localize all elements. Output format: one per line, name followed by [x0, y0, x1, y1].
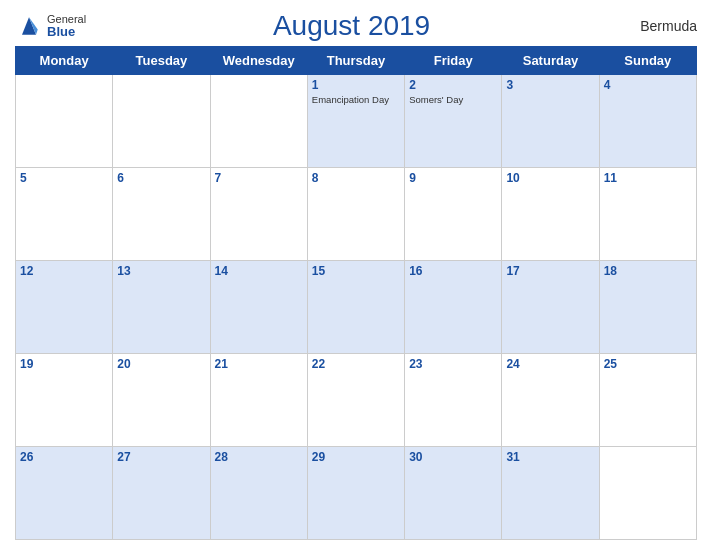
calendar-cell: 7 — [210, 168, 307, 261]
calendar-week-row: 262728293031 — [16, 447, 697, 540]
day-number: 24 — [506, 357, 594, 371]
day-number: 13 — [117, 264, 205, 278]
day-number: 25 — [604, 357, 692, 371]
weekday-header-row: MondayTuesdayWednesdayThursdayFridaySatu… — [16, 47, 697, 75]
day-number: 17 — [506, 264, 594, 278]
weekday-header-thursday: Thursday — [307, 47, 404, 75]
calendar-cell: 10 — [502, 168, 599, 261]
day-number: 7 — [215, 171, 303, 185]
day-number: 2 — [409, 78, 497, 92]
calendar-cell: 23 — [405, 354, 502, 447]
day-number: 16 — [409, 264, 497, 278]
calendar-cell: 30 — [405, 447, 502, 540]
logo-blue-label: Blue — [47, 25, 86, 38]
calendar-cell — [16, 75, 113, 168]
day-number: 1 — [312, 78, 400, 92]
calendar-cell: 25 — [599, 354, 696, 447]
calendar-cell: 14 — [210, 261, 307, 354]
calendar-cell: 15 — [307, 261, 404, 354]
day-number: 12 — [20, 264, 108, 278]
day-number: 9 — [409, 171, 497, 185]
calendar-cell: 17 — [502, 261, 599, 354]
calendar-cell: 1Emancipation Day — [307, 75, 404, 168]
day-number: 5 — [20, 171, 108, 185]
calendar-cell: 5 — [16, 168, 113, 261]
day-number: 10 — [506, 171, 594, 185]
calendar-cell: 18 — [599, 261, 696, 354]
day-number: 26 — [20, 450, 108, 464]
logo-text: General Blue — [47, 14, 86, 38]
day-number: 29 — [312, 450, 400, 464]
day-number: 22 — [312, 357, 400, 371]
calendar-cell: 16 — [405, 261, 502, 354]
calendar-cell: 2Somers' Day — [405, 75, 502, 168]
calendar-week-row: 19202122232425 — [16, 354, 697, 447]
logo: General Blue — [15, 12, 86, 40]
calendar-cell: 6 — [113, 168, 210, 261]
calendar-cell: 11 — [599, 168, 696, 261]
calendar-cell: 4 — [599, 75, 696, 168]
weekday-header-friday: Friday — [405, 47, 502, 75]
day-number: 4 — [604, 78, 692, 92]
header: General Blue August 2019 Bermuda — [15, 10, 697, 42]
weekday-header-wednesday: Wednesday — [210, 47, 307, 75]
calendar-cell — [210, 75, 307, 168]
calendar-week-row: 12131415161718 — [16, 261, 697, 354]
calendar-cell: 19 — [16, 354, 113, 447]
calendar-cell: 31 — [502, 447, 599, 540]
region-label: Bermuda — [617, 18, 697, 34]
day-number: 23 — [409, 357, 497, 371]
calendar-cell: 20 — [113, 354, 210, 447]
calendar-cell: 21 — [210, 354, 307, 447]
calendar-cell: 27 — [113, 447, 210, 540]
calendar-cell: 13 — [113, 261, 210, 354]
day-number: 11 — [604, 171, 692, 185]
day-number: 27 — [117, 450, 205, 464]
calendar-cell: 29 — [307, 447, 404, 540]
day-number: 31 — [506, 450, 594, 464]
day-number: 18 — [604, 264, 692, 278]
day-number: 15 — [312, 264, 400, 278]
day-number: 19 — [20, 357, 108, 371]
calendar-cell: 9 — [405, 168, 502, 261]
day-number: 3 — [506, 78, 594, 92]
day-number: 28 — [215, 450, 303, 464]
calendar-table: MondayTuesdayWednesdayThursdayFridaySatu… — [15, 46, 697, 540]
calendar-title: August 2019 — [86, 10, 617, 42]
holiday-label: Emancipation Day — [312, 94, 400, 105]
calendar-week-row: 1Emancipation Day2Somers' Day34 — [16, 75, 697, 168]
calendar-cell: 24 — [502, 354, 599, 447]
weekday-header-monday: Monday — [16, 47, 113, 75]
calendar-cell — [599, 447, 696, 540]
day-number: 20 — [117, 357, 205, 371]
weekday-header-sunday: Sunday — [599, 47, 696, 75]
day-number: 8 — [312, 171, 400, 185]
day-number: 14 — [215, 264, 303, 278]
calendar-cell: 22 — [307, 354, 404, 447]
weekday-header-tuesday: Tuesday — [113, 47, 210, 75]
calendar-cell: 28 — [210, 447, 307, 540]
calendar-cell: 12 — [16, 261, 113, 354]
day-number: 21 — [215, 357, 303, 371]
calendar-cell — [113, 75, 210, 168]
holiday-label: Somers' Day — [409, 94, 497, 105]
calendar-week-row: 567891011 — [16, 168, 697, 261]
logo-icon — [15, 12, 43, 40]
calendar-cell: 8 — [307, 168, 404, 261]
calendar-cell: 3 — [502, 75, 599, 168]
weekday-header-saturday: Saturday — [502, 47, 599, 75]
day-number: 30 — [409, 450, 497, 464]
day-number: 6 — [117, 171, 205, 185]
calendar-cell: 26 — [16, 447, 113, 540]
